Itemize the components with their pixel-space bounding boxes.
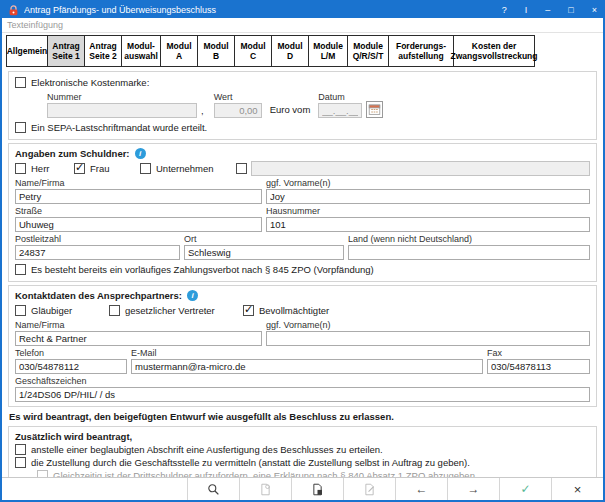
arrow-left-icon: ← — [416, 482, 428, 496]
sonstige-input[interactable] — [251, 161, 590, 176]
wert-label: Wert — [214, 92, 262, 102]
tab-modulauswahl[interactable]: Modul-auswahl — [121, 35, 161, 67]
zusaetzlich-group: Zusätzlich wird beantragt, anstelle eine… — [8, 426, 597, 477]
schuldner-name-input[interactable] — [15, 189, 262, 204]
help-icon[interactable]: ? — [502, 6, 507, 15]
sepa-label: Ein SEPA-Lastschriftmandat wurde erteilt… — [31, 122, 207, 133]
unternehmen-checkbox[interactable] — [140, 163, 151, 174]
zustellung-checkbox[interactable] — [15, 457, 26, 468]
preview-button[interactable] — [187, 478, 239, 500]
menu-bar: Texteinfügung — [2, 18, 603, 33]
window-title: Antrag Pfändungs- und Überweisungsbeschl… — [24, 5, 484, 15]
bottom-toolbar: ← → ✓ × — [2, 477, 603, 500]
forward-button[interactable]: → — [447, 478, 499, 500]
ort-label: Ort — [184, 234, 344, 244]
title-bar: Antrag Pfändungs- und Überweisungsbeschl… — [2, 2, 603, 18]
nummer-label: Nummer — [47, 92, 197, 102]
calendar-button[interactable] — [366, 101, 383, 118]
tab-module-qrst[interactable]: ModuleQ/R/S/T — [347, 35, 389, 67]
minimize-icon[interactable]: – — [545, 6, 550, 15]
tab-modul-d[interactable]: ModulD — [271, 35, 309, 67]
plz-input[interactable] — [15, 245, 180, 260]
email-input[interactable] — [131, 359, 483, 374]
datum-input[interactable] — [318, 103, 362, 118]
tab-kosten-zwangsvollstreckung[interactable]: Kosten derZwangsvollstreckung — [453, 35, 535, 67]
kontakt-name-input[interactable] — [15, 331, 262, 346]
tab-strip: Allgemein AntragSeite 1 AntragSeite 2 Mo… — [2, 33, 603, 67]
geschaeftszeichen-label: Geschäftszeichen — [15, 376, 590, 386]
telefon-input[interactable] — [15, 359, 127, 374]
comma-separator: , — [201, 105, 204, 118]
frau-label: Frau — [90, 163, 110, 174]
drittschuldner-checkbox — [37, 470, 48, 477]
arrow-right-icon: → — [468, 482, 480, 496]
tab-content-antrag-seite-1: Elektronische Kostenmarke: Nummer , Wert… — [2, 67, 603, 477]
menu-item-texteinfuegung[interactable]: Texteinfügung — [7, 20, 63, 30]
hausnummer-input[interactable] — [266, 217, 590, 232]
land-label: Land (wenn nicht Deutschland) — [348, 234, 590, 244]
schuldner-vorname-input[interactable] — [266, 189, 590, 204]
cancel-button[interactable]: × — [551, 478, 603, 500]
beantragt-statement: Es wird beantragt, den beigefügten Entwu… — [9, 411, 597, 422]
euro-vom-label: Euro vom — [270, 104, 311, 118]
strasse-input[interactable] — [15, 217, 262, 232]
document-edit-button[interactable] — [343, 478, 395, 500]
schuldner-vorname-label: ggf. Vorname(n) — [266, 178, 590, 188]
schuldner-name-label: Name/Firma — [15, 178, 262, 188]
tab-modul-c[interactable]: ModulC — [234, 35, 272, 67]
document-edit-icon — [363, 483, 376, 496]
confirm-button[interactable]: ✓ — [499, 478, 551, 500]
document-history-button[interactable] — [239, 478, 291, 500]
tab-forderungsaufstellung[interactable]: Forderungs-aufstellung — [388, 35, 454, 67]
tab-modul-b[interactable]: ModulB — [197, 35, 235, 67]
kontakt-title: Kontaktdaten des Ansprechpartners: — [15, 290, 182, 301]
ausfertigung-label: anstelle einer beglaubigten Abschrift ei… — [31, 444, 383, 455]
schuldner-group: Angaben zum Schuldner: i Herr Frau Unter… — [8, 143, 597, 282]
info-window-icon[interactable]: I — [525, 6, 528, 15]
fax-input[interactable] — [487, 359, 590, 374]
dialog-window: Antrag Pfändungs- und Überweisungsbeschl… — [0, 0, 605, 502]
kostenmarke-checkbox[interactable] — [15, 77, 26, 88]
sepa-checkbox[interactable] — [15, 122, 26, 133]
nummer-input[interactable] — [47, 103, 197, 118]
kontakt-vorname-input[interactable] — [266, 331, 590, 346]
ort-input[interactable] — [184, 245, 344, 260]
maximize-icon[interactable]: □ — [568, 6, 573, 15]
geschaeftszeichen-input[interactable] — [15, 387, 590, 402]
frau-checkbox[interactable] — [74, 163, 85, 174]
app-lock-icon — [8, 5, 19, 16]
ausfertigung-checkbox[interactable] — [15, 444, 26, 455]
wert-input[interactable] — [214, 103, 262, 118]
tab-antrag-seite-2[interactable]: AntragSeite 2 — [84, 35, 122, 67]
kostenmarke-label: Elektronische Kostenmarke: — [31, 77, 149, 88]
bevollmaechtigter-checkbox[interactable] — [243, 305, 254, 316]
zustellung-label: die Zustellung durch die Geschäftsstelle… — [31, 457, 470, 468]
tab-antrag-seite-1[interactable]: AntragSeite 1 — [47, 35, 85, 67]
glaeubiger-label: Gläubiger — [31, 305, 72, 316]
drittschuldner-label: Gleichzeitig ist der Drittschuldner aufz… — [53, 470, 478, 477]
sonstige-checkbox[interactable] — [236, 163, 247, 174]
tab-modul-a[interactable]: ModulA — [160, 35, 198, 67]
unternehmen-label: Unternehmen — [156, 163, 214, 174]
calendar-icon — [368, 103, 381, 116]
toolbar-spacer — [2, 478, 187, 500]
tab-module-lm[interactable]: ModuleL/M — [308, 35, 348, 67]
telefon-label: Telefon — [15, 348, 127, 358]
kontakt-vorname-label: ggf. Vorname(n) — [266, 320, 590, 330]
close-icon[interactable]: × — [592, 6, 597, 15]
schuldner-title: Angaben zum Schuldner: — [15, 148, 130, 159]
glaeubiger-checkbox[interactable] — [15, 305, 26, 316]
zusaetzlich-title: Zusätzlich wird beantragt, — [15, 431, 132, 442]
schuldner-info-icon[interactable]: i — [135, 148, 146, 159]
herr-checkbox[interactable] — [15, 163, 26, 174]
document-save-button[interactable] — [291, 478, 343, 500]
checkmark-icon: ✓ — [520, 482, 530, 496]
kontakt-info-icon[interactable]: i — [187, 290, 198, 301]
datum-label: Datum — [318, 92, 362, 102]
land-input[interactable] — [348, 245, 590, 260]
vertreter-checkbox[interactable] — [109, 305, 120, 316]
vorpfaendung-checkbox[interactable] — [15, 264, 26, 275]
tab-allgemein[interactable]: Allgemein — [6, 35, 48, 67]
kontakt-name-label: Name/Firma — [15, 320, 262, 330]
back-button[interactable]: ← — [395, 478, 447, 500]
